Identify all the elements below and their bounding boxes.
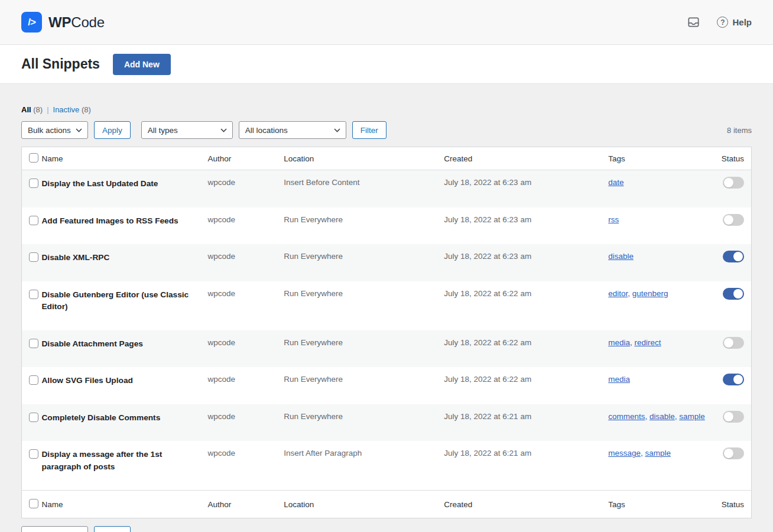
tag-link[interactable]: redirect bbox=[635, 338, 661, 347]
table-footer: Name Author Location Created Tags Status bbox=[22, 491, 752, 518]
tag-link[interactable]: message bbox=[608, 449, 641, 458]
snippet-name-cell: Disable XML-RPC bbox=[41, 244, 207, 281]
row-checkbox[interactable] bbox=[29, 375, 38, 385]
tag-link[interactable]: media bbox=[608, 338, 630, 347]
snippet-name-link[interactable]: Display the Last Updated Date bbox=[41, 178, 158, 190]
select-all-checkbox-bottom[interactable] bbox=[29, 499, 38, 508]
snippet-location: Insert Before Content bbox=[284, 170, 444, 207]
select-all-checkbox[interactable] bbox=[29, 153, 38, 163]
tag-link[interactable]: gutenberg bbox=[632, 289, 668, 298]
status-toggle[interactable] bbox=[723, 374, 744, 385]
add-new-button[interactable]: Add New bbox=[113, 54, 171, 75]
snippet-name-link[interactable]: Display a message after the 1st paragrap… bbox=[41, 449, 193, 473]
snippet-status-cell bbox=[722, 281, 752, 330]
table-header: Name Author Location Created Tags Status bbox=[22, 147, 752, 170]
snippet-name-link[interactable]: Allow SVG Files Upload bbox=[41, 375, 132, 387]
items-count-top: 8 items bbox=[727, 126, 752, 135]
apply-button-bottom[interactable]: Apply bbox=[94, 526, 131, 532]
column-footer-author: Author bbox=[208, 491, 284, 518]
title-bar: All Snippets Add New bbox=[0, 45, 773, 84]
tag-separator: , bbox=[641, 449, 645, 458]
row-checkbox-cell bbox=[22, 441, 42, 491]
snippet-tags: disable bbox=[608, 244, 722, 281]
snippet-tags: editor, gutenberg bbox=[608, 281, 722, 330]
table-controls-bottom: Bulk actions Apply 8 items bbox=[21, 526, 752, 532]
snippet-tags: message, sample bbox=[608, 441, 722, 491]
type-filter-value: All types bbox=[148, 126, 178, 135]
wpcode-logo: /> WPCode bbox=[21, 12, 105, 33]
status-toggle[interactable] bbox=[723, 214, 744, 226]
tag-link[interactable]: sample bbox=[679, 412, 705, 421]
help-label: Help bbox=[732, 17, 752, 27]
bulk-actions-select[interactable]: Bulk actions bbox=[21, 121, 88, 139]
tag-link[interactable]: disable bbox=[608, 252, 634, 261]
row-checkbox-cell bbox=[22, 281, 42, 330]
row-checkbox-cell bbox=[22, 367, 42, 404]
tag-separator: , bbox=[645, 412, 649, 421]
row-checkbox[interactable] bbox=[29, 413, 38, 422]
column-header-name: Name bbox=[41, 147, 207, 170]
snippet-status-cell bbox=[722, 330, 752, 368]
tag-link[interactable]: sample bbox=[645, 449, 671, 458]
row-checkbox-cell bbox=[22, 207, 42, 245]
column-footer-location: Location bbox=[284, 491, 444, 518]
snippet-name-link[interactable]: Completely Disable Comments bbox=[41, 412, 160, 424]
table-row: Disable Attachment PageswpcodeRun Everyw… bbox=[22, 330, 752, 368]
row-checkbox[interactable] bbox=[29, 252, 38, 262]
tag-separator: , bbox=[630, 338, 635, 347]
bulk-actions-select-bottom[interactable]: Bulk actions bbox=[21, 526, 88, 532]
snippet-created: July 18, 2022 at 6:22 am bbox=[444, 330, 608, 368]
snippet-name-link[interactable]: Disable XML-RPC bbox=[41, 252, 109, 264]
view-separator: | bbox=[47, 105, 48, 114]
row-checkbox[interactable] bbox=[29, 449, 38, 459]
filter-button[interactable]: Filter bbox=[352, 121, 386, 139]
tag-link[interactable]: editor bbox=[608, 289, 628, 298]
status-toggle[interactable] bbox=[723, 288, 744, 300]
snippet-status-cell bbox=[722, 367, 752, 404]
header-actions: ? Help bbox=[687, 15, 752, 29]
status-toggle[interactable] bbox=[723, 411, 744, 423]
wpcode-logo-icon: /> bbox=[21, 12, 42, 33]
snippet-author: wpcode bbox=[208, 441, 284, 491]
view-all-link[interactable]: All (8) bbox=[21, 105, 43, 114]
snippet-name-cell: Display the Last Updated Date bbox=[41, 170, 207, 207]
tag-link[interactable]: rss bbox=[608, 215, 619, 224]
view-all-label: All bbox=[21, 105, 31, 114]
status-toggle[interactable] bbox=[723, 447, 744, 459]
help-button[interactable]: ? Help bbox=[717, 17, 752, 28]
row-checkbox[interactable] bbox=[29, 216, 38, 225]
location-filter-select[interactable]: All locations bbox=[239, 121, 346, 139]
snippet-created: July 18, 2022 at 6:21 am bbox=[444, 404, 608, 442]
chevron-down-icon bbox=[334, 128, 340, 132]
status-toggle[interactable] bbox=[723, 337, 744, 349]
snippet-name-link[interactable]: Disable Gutenberg Editor (use Classic Ed… bbox=[41, 289, 193, 313]
tag-link[interactable]: disable bbox=[649, 412, 675, 421]
snippet-location: Run Everywhere bbox=[284, 207, 444, 245]
location-filter-value: All locations bbox=[245, 126, 288, 135]
row-checkbox[interactable] bbox=[29, 290, 38, 299]
column-header-created: Created bbox=[444, 147, 608, 170]
snippet-name-link[interactable]: Disable Attachment Pages bbox=[41, 338, 142, 351]
bulk-actions-value: Bulk actions bbox=[28, 126, 71, 135]
column-header-status: Status bbox=[722, 147, 752, 170]
help-icon: ? bbox=[717, 17, 728, 28]
snippet-created: July 18, 2022 at 6:22 am bbox=[444, 281, 608, 330]
tag-link[interactable]: media bbox=[608, 375, 630, 384]
snippet-tags: comments, disable, sample bbox=[608, 404, 722, 442]
inbox-icon[interactable] bbox=[687, 15, 700, 29]
snippet-name-cell: Display a message after the 1st paragrap… bbox=[41, 441, 207, 491]
view-filters: All (8)|Inactive (8) bbox=[21, 105, 752, 114]
tag-link[interactable]: comments bbox=[608, 412, 645, 421]
status-toggle[interactable] bbox=[723, 251, 744, 262]
snippet-tags: rss bbox=[608, 207, 722, 245]
row-checkbox[interactable] bbox=[29, 339, 38, 348]
status-toggle[interactable] bbox=[723, 177, 744, 189]
type-filter-select[interactable]: All types bbox=[141, 121, 233, 139]
column-header-author: Author bbox=[208, 147, 284, 170]
apply-button[interactable]: Apply bbox=[94, 121, 131, 139]
row-checkbox[interactable] bbox=[29, 179, 38, 188]
tag-link[interactable]: date bbox=[608, 178, 623, 187]
view-inactive-link[interactable]: Inactive (8) bbox=[53, 105, 91, 114]
snippet-status-cell bbox=[722, 170, 752, 207]
snippet-name-link[interactable]: Add Featured Images to RSS Feeds bbox=[41, 215, 178, 228]
